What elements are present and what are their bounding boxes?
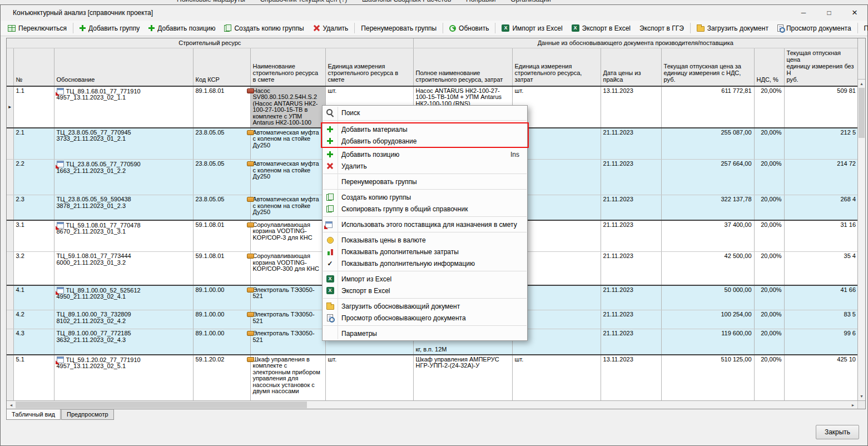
cell-ksr-code[interactable]: 59.1.08.01 (193, 252, 250, 285)
cell-justification[interactable]: ТЦ_89.1.00.00_52_525612 4950_21.11.2023_… (54, 285, 193, 310)
toolbar-button-switch[interactable]: Переключиться (3, 22, 71, 34)
cell-number[interactable]: 2.1 (13, 128, 54, 160)
close-button[interactable]: × (842, 5, 867, 21)
column-header-unit[interactable]: Единица измерения строительного ресурса,… (512, 48, 601, 86)
cell-name-in-estimate[interactable]: Электроталь ТЭ3050-521 (250, 310, 325, 329)
column-header-number[interactable]: № (13, 48, 54, 86)
column-header-price-with-vat[interactable]: Текущая отпускная цена за единицу измере… (661, 48, 754, 86)
cell-price-without-vat[interactable]: 83 5 (784, 310, 857, 329)
cell-number[interactable]: 4.3 (13, 329, 54, 355)
toolbar-button-renumber-groups[interactable]: Перенумеровать группы (356, 22, 441, 34)
toolbar-button-export-gge[interactable]: Экспорт в ГГЭ (635, 22, 688, 34)
cell-price-with-vat[interactable]: 42 500,00 (661, 252, 754, 285)
cell-number[interactable]: 3.2 (13, 252, 54, 285)
cell-justification[interactable]: ТЦ_23.8.05.05_77_770590 1663_21.11.2023_… (54, 160, 193, 195)
toolbar-button-refresh[interactable]: Обновить (445, 22, 493, 34)
menu-item-export-excel[interactable]: XЭкспорт в Excel (323, 285, 527, 296)
menu-item-search[interactable]: Поиск (323, 107, 527, 118)
cell-vat[interactable]: 20,00% (754, 220, 784, 252)
cell-justification[interactable]: ТЦ_59.1.08.01_77_770478 8670_21.11.2023_… (54, 220, 193, 252)
cell-price-date[interactable]: 21.11.2023 (601, 220, 661, 252)
menu-item-use-supplier-for-estimate[interactable]: Использовать этого поставщика для назнач… (323, 219, 527, 230)
cell-price-date[interactable]: 21.11.2023 (601, 285, 661, 310)
toolbar-button-view-document[interactable]: Просмотр документа (773, 22, 856, 34)
cell-vat[interactable]: 20,00% (754, 310, 784, 329)
toolbar-button-copy-group[interactable]: Создать копию группы (220, 22, 308, 34)
cell-price-without-vat[interactable]: 214 72 (784, 160, 857, 195)
column-header-row-indicator[interactable] (7, 48, 13, 86)
toolbar-button-parameters[interactable]: Параметры (860, 22, 868, 34)
cell-price-date[interactable]: 21.11.2023 (601, 195, 661, 220)
column-header-full-name[interactable]: Полное наименование строительного ресурс… (413, 48, 512, 86)
cell-price-with-vat[interactable]: 119 600,00 (661, 329, 754, 355)
menu-item-load-justifying-document[interactable]: Загрузить обосновывающий документ (323, 300, 527, 312)
cell-justification[interactable]: ТЦ_23.8.05.05_77_770945 3733_21.11.2023_… (54, 128, 193, 160)
scroll-up-button[interactable]: ▲ (858, 80, 865, 88)
menu-item-add-materials[interactable]: Добавить материалы (323, 123, 527, 135)
cell-price-date[interactable]: 21.11.2023 (601, 160, 661, 195)
cell-vat[interactable]: 20,00% (754, 329, 784, 355)
vertical-scroll-track[interactable] (858, 88, 865, 392)
horizontal-scroll-thumb[interactable] (16, 402, 307, 408)
cell-number[interactable]: 4.2 (13, 310, 54, 329)
column-header-ksr-code[interactable]: Код КСР (193, 48, 250, 86)
cell-number[interactable]: 3.1 (13, 220, 54, 252)
cell-ksr-code[interactable]: 89.1.00.00 (193, 285, 250, 310)
cell-vat[interactable]: 20,00% (754, 252, 784, 285)
close-dialog-button[interactable]: Закрыть (816, 425, 859, 439)
column-header-price-without-vat[interactable]: Текущая отпускная цена единицу измерения… (784, 48, 857, 86)
cell-price-with-vat[interactable]: 510 125,00 (661, 355, 754, 401)
cell-ksr-code[interactable]: 23.8.05.05 (193, 195, 250, 220)
tab-preview[interactable]: Предпросмотр (61, 409, 114, 420)
cell-price-date[interactable]: 21.11.2023 (601, 252, 661, 285)
menu-item-view-justifying-document[interactable]: Просмотр обосновывающего документа (323, 312, 527, 324)
cell-price-without-vat[interactable]: 509 81 (784, 86, 857, 128)
cell-vat[interactable]: 20,00% (754, 355, 784, 401)
cell-ksr-code[interactable]: 89.1.00.00 (193, 329, 250, 355)
cell-name-in-estimate[interactable]: Сороулавливающая корзина VODTING-KOP/COP… (250, 252, 325, 285)
cell-justification[interactable]: ТЦ_89.1.00.00_77_772185 3632_21.11.2023_… (54, 329, 193, 355)
cell-price-without-vat[interactable]: 35 4 (784, 252, 857, 285)
toolbar-button-add-position[interactable]: Добавить позицию (144, 22, 220, 34)
toolbar-button-add-group[interactable]: Добавить группу (75, 22, 144, 34)
cell-name-in-estimate[interactable]: Автоматическая муфта с коленом на стойке… (250, 128, 325, 160)
column-header-unit-in-estimate[interactable]: Единица измерения строительного ресурса … (325, 48, 413, 86)
vertical-scrollbar[interactable]: ▲ ▼ (857, 38, 865, 400)
scroll-left-button[interactable]: ◄ (7, 401, 16, 409)
toolbar-button-load-document[interactable]: Загрузить документ (692, 22, 773, 34)
cell-ksr-code[interactable]: 23.8.05.05 (193, 160, 250, 195)
maximize-button[interactable]: □ (816, 5, 842, 21)
cell-number[interactable]: 5.1 (13, 355, 54, 401)
column-header-vat[interactable]: НДС, % (754, 48, 784, 86)
cell-name-in-estimate[interactable]: Сороулавливающая корзина VODTING-KOP/COP… (250, 220, 325, 252)
cell-ksr-code[interactable]: 23.8.05.05 (193, 128, 250, 160)
menu-item-copy-group-to-common[interactable]: Скопировать группу в общий справочник (323, 203, 527, 215)
cell-justification[interactable]: ТЦ_89.1.00.00_73_732809 8102_21.11.2023_… (54, 310, 193, 329)
horizontal-scrollbar[interactable]: ◄ ► (7, 400, 865, 409)
menu-item-add-position[interactable]: Добавить позициюIns (323, 148, 527, 160)
cell-price-without-vat[interactable]: 268 4 (784, 195, 857, 220)
cell-justification[interactable]: ТЦ_23.8.05.05_59_590438 3878_21.11.2023_… (54, 195, 193, 220)
cell-vat[interactable]: 20,00% (754, 285, 784, 310)
cell-price-without-vat[interactable]: 212 5 (784, 128, 857, 160)
menu-item-import-excel[interactable]: XИмпорт из Excel (323, 273, 527, 285)
menu-item-renumber-groups[interactable]: Перенумеровать группы (323, 176, 527, 187)
cell-name-in-estimate[interactable]: Насос SV80.80.150.2.54H.S.2 (Насос ANTAR… (250, 86, 325, 128)
cell-price-with-vat[interactable]: 255 087,00 (661, 128, 754, 160)
scroll-down-button[interactable]: ▼ (858, 392, 865, 400)
cell-name-in-estimate[interactable]: Автоматическая муфта с коленом на стойке… (250, 160, 325, 195)
cell-number[interactable]: 2.3 (13, 195, 54, 220)
cell-ksr-code[interactable]: 89.1.00.00 (193, 310, 250, 329)
vertical-scroll-thumb[interactable] (859, 88, 865, 138)
column-header-name-in-estimate[interactable]: Наименование строительного ресурса в сме… (250, 48, 325, 86)
column-header-price-date[interactable]: Дата цены из прайса (601, 48, 661, 86)
cell-name-in-estimate[interactable]: Электроталь ТЭ3050-521 (250, 329, 325, 355)
cell-price-date[interactable]: 21.11.2023 (601, 329, 661, 355)
cell-vat[interactable]: 20,00% (754, 195, 784, 220)
cell-ksr-code[interactable]: 59.1.20.02 (193, 355, 250, 401)
cell-price-date[interactable]: 13.11.2023 (601, 86, 661, 128)
cell-justification[interactable]: ТЦ_59.1.20.02_77_771910 4957_13.11.2023_… (54, 355, 193, 401)
cell-price-with-vat[interactable]: 322 137,78 (661, 195, 754, 220)
cell-price-without-vat[interactable]: 31 16 (784, 220, 857, 252)
cell-ksr-code[interactable]: 89.1.68.01 (193, 86, 250, 128)
